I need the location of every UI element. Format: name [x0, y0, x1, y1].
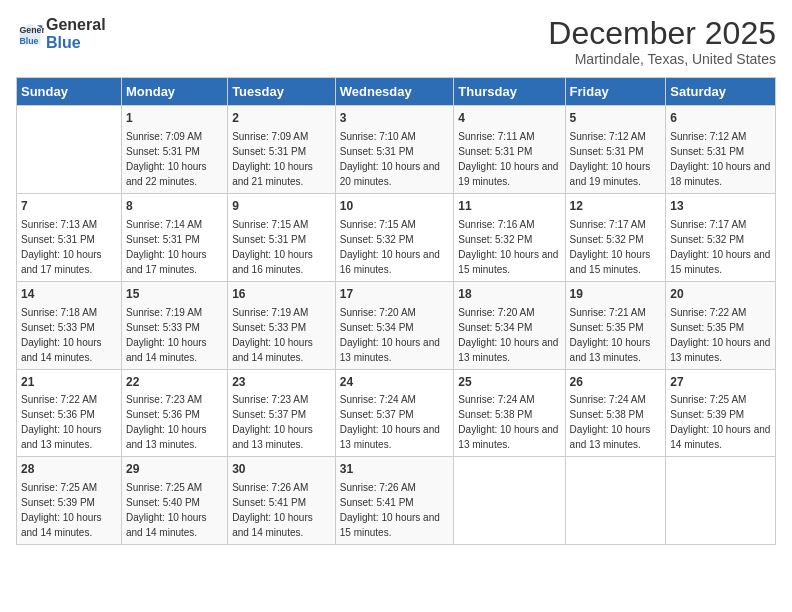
- daylight-text: Daylight: 10 hours and 13 minutes.: [458, 335, 560, 365]
- cell-sun-info: Sunrise: 7:15 AMSunset: 5:32 PMDaylight:…: [340, 217, 450, 277]
- daylight-text: Daylight: 10 hours and 15 minutes.: [670, 247, 771, 277]
- calendar-cell: 28Sunrise: 7:25 AMSunset: 5:39 PMDayligh…: [17, 457, 122, 545]
- cell-sun-info: Sunrise: 7:09 AMSunset: 5:31 PMDaylight:…: [232, 129, 331, 189]
- sunset-text: Sunset: 5:39 PM: [670, 407, 771, 422]
- day-number: 14: [21, 286, 117, 303]
- sunset-text: Sunset: 5:31 PM: [232, 232, 331, 247]
- cell-sun-info: Sunrise: 7:12 AMSunset: 5:31 PMDaylight:…: [570, 129, 662, 189]
- sunset-text: Sunset: 5:32 PM: [670, 232, 771, 247]
- sunset-text: Sunset: 5:33 PM: [21, 320, 117, 335]
- daylight-text: Daylight: 10 hours and 13 minutes.: [126, 422, 223, 452]
- page-title: December 2025: [548, 16, 776, 51]
- cell-sun-info: Sunrise: 7:12 AMSunset: 5:31 PMDaylight:…: [670, 129, 771, 189]
- daylight-text: Daylight: 10 hours and 13 minutes.: [21, 422, 117, 452]
- calendar-cell: [666, 457, 776, 545]
- calendar-cell: 26Sunrise: 7:24 AMSunset: 5:38 PMDayligh…: [565, 369, 666, 457]
- cell-sun-info: Sunrise: 7:19 AMSunset: 5:33 PMDaylight:…: [126, 305, 223, 365]
- day-number: 10: [340, 198, 450, 215]
- sunset-text: Sunset: 5:31 PM: [126, 232, 223, 247]
- calendar-cell: 29Sunrise: 7:25 AMSunset: 5:40 PMDayligh…: [121, 457, 227, 545]
- daylight-text: Daylight: 10 hours and 20 minutes.: [340, 159, 450, 189]
- sunset-text: Sunset: 5:31 PM: [232, 144, 331, 159]
- logo-line1: General: [46, 16, 106, 34]
- cell-sun-info: Sunrise: 7:18 AMSunset: 5:33 PMDaylight:…: [21, 305, 117, 365]
- day-number: 28: [21, 461, 117, 478]
- daylight-text: Daylight: 10 hours and 16 minutes.: [340, 247, 450, 277]
- sunset-text: Sunset: 5:32 PM: [458, 232, 560, 247]
- day-number: 7: [21, 198, 117, 215]
- calendar-cell: 13Sunrise: 7:17 AMSunset: 5:32 PMDayligh…: [666, 193, 776, 281]
- sunrise-text: Sunrise: 7:22 AM: [670, 305, 771, 320]
- sunrise-text: Sunrise: 7:25 AM: [126, 480, 223, 495]
- sunset-text: Sunset: 5:34 PM: [340, 320, 450, 335]
- day-number: 15: [126, 286, 223, 303]
- calendar-cell: 15Sunrise: 7:19 AMSunset: 5:33 PMDayligh…: [121, 281, 227, 369]
- day-number: 23: [232, 374, 331, 391]
- daylight-text: Daylight: 10 hours and 13 minutes.: [570, 335, 662, 365]
- sunrise-text: Sunrise: 7:10 AM: [340, 129, 450, 144]
- cell-sun-info: Sunrise: 7:22 AMSunset: 5:36 PMDaylight:…: [21, 392, 117, 452]
- daylight-text: Daylight: 10 hours and 14 minutes.: [126, 510, 223, 540]
- day-number: 1: [126, 110, 223, 127]
- calendar-week-4: 21Sunrise: 7:22 AMSunset: 5:36 PMDayligh…: [17, 369, 776, 457]
- day-number: 31: [340, 461, 450, 478]
- calendar-cell: 30Sunrise: 7:26 AMSunset: 5:41 PMDayligh…: [228, 457, 336, 545]
- daylight-text: Daylight: 10 hours and 13 minutes.: [458, 422, 560, 452]
- daylight-text: Daylight: 10 hours and 14 minutes.: [232, 335, 331, 365]
- cell-sun-info: Sunrise: 7:20 AMSunset: 5:34 PMDaylight:…: [458, 305, 560, 365]
- sunrise-text: Sunrise: 7:25 AM: [21, 480, 117, 495]
- day-number: 27: [670, 374, 771, 391]
- daylight-text: Daylight: 10 hours and 22 minutes.: [126, 159, 223, 189]
- calendar-cell: 22Sunrise: 7:23 AMSunset: 5:36 PMDayligh…: [121, 369, 227, 457]
- sunset-text: Sunset: 5:36 PM: [21, 407, 117, 422]
- sunrise-text: Sunrise: 7:14 AM: [126, 217, 223, 232]
- sunrise-text: Sunrise: 7:20 AM: [458, 305, 560, 320]
- calendar-cell: 31Sunrise: 7:26 AMSunset: 5:41 PMDayligh…: [335, 457, 454, 545]
- sunrise-text: Sunrise: 7:12 AM: [670, 129, 771, 144]
- daylight-text: Daylight: 10 hours and 21 minutes.: [232, 159, 331, 189]
- daylight-text: Daylight: 10 hours and 17 minutes.: [126, 247, 223, 277]
- calendar-cell: 16Sunrise: 7:19 AMSunset: 5:33 PMDayligh…: [228, 281, 336, 369]
- sunrise-text: Sunrise: 7:20 AM: [340, 305, 450, 320]
- day-number: 6: [670, 110, 771, 127]
- logo-line2: Blue: [46, 34, 106, 52]
- daylight-text: Daylight: 10 hours and 17 minutes.: [21, 247, 117, 277]
- calendar-header-row: SundayMondayTuesdayWednesdayThursdayFrid…: [17, 78, 776, 106]
- sunset-text: Sunset: 5:36 PM: [126, 407, 223, 422]
- cell-sun-info: Sunrise: 7:26 AMSunset: 5:41 PMDaylight:…: [340, 480, 450, 540]
- sunset-text: Sunset: 5:41 PM: [340, 495, 450, 510]
- calendar-cell: 9Sunrise: 7:15 AMSunset: 5:31 PMDaylight…: [228, 193, 336, 281]
- cell-sun-info: Sunrise: 7:16 AMSunset: 5:32 PMDaylight:…: [458, 217, 560, 277]
- calendar-cell: [565, 457, 666, 545]
- calendar-cell: 4Sunrise: 7:11 AMSunset: 5:31 PMDaylight…: [454, 106, 565, 194]
- sunrise-text: Sunrise: 7:23 AM: [232, 392, 331, 407]
- sunrise-text: Sunrise: 7:09 AM: [126, 129, 223, 144]
- sunrise-text: Sunrise: 7:19 AM: [232, 305, 331, 320]
- calendar-week-1: 1Sunrise: 7:09 AMSunset: 5:31 PMDaylight…: [17, 106, 776, 194]
- cell-sun-info: Sunrise: 7:11 AMSunset: 5:31 PMDaylight:…: [458, 129, 560, 189]
- day-number: 11: [458, 198, 560, 215]
- header-tuesday: Tuesday: [228, 78, 336, 106]
- sunset-text: Sunset: 5:33 PM: [126, 320, 223, 335]
- day-number: 19: [570, 286, 662, 303]
- sunset-text: Sunset: 5:31 PM: [570, 144, 662, 159]
- sunset-text: Sunset: 5:35 PM: [670, 320, 771, 335]
- cell-sun-info: Sunrise: 7:25 AMSunset: 5:39 PMDaylight:…: [21, 480, 117, 540]
- daylight-text: Daylight: 10 hours and 16 minutes.: [232, 247, 331, 277]
- day-number: 5: [570, 110, 662, 127]
- calendar-week-5: 28Sunrise: 7:25 AMSunset: 5:39 PMDayligh…: [17, 457, 776, 545]
- sunrise-text: Sunrise: 7:26 AM: [340, 480, 450, 495]
- calendar-cell: 17Sunrise: 7:20 AMSunset: 5:34 PMDayligh…: [335, 281, 454, 369]
- calendar-cell: 27Sunrise: 7:25 AMSunset: 5:39 PMDayligh…: [666, 369, 776, 457]
- calendar-cell: 11Sunrise: 7:16 AMSunset: 5:32 PMDayligh…: [454, 193, 565, 281]
- calendar-table: SundayMondayTuesdayWednesdayThursdayFrid…: [16, 77, 776, 545]
- calendar-cell: 10Sunrise: 7:15 AMSunset: 5:32 PMDayligh…: [335, 193, 454, 281]
- daylight-text: Daylight: 10 hours and 14 minutes.: [21, 510, 117, 540]
- sunset-text: Sunset: 5:31 PM: [21, 232, 117, 247]
- sunset-text: Sunset: 5:35 PM: [570, 320, 662, 335]
- cell-sun-info: Sunrise: 7:19 AMSunset: 5:33 PMDaylight:…: [232, 305, 331, 365]
- header-wednesday: Wednesday: [335, 78, 454, 106]
- sunset-text: Sunset: 5:38 PM: [458, 407, 560, 422]
- sunrise-text: Sunrise: 7:16 AM: [458, 217, 560, 232]
- header-monday: Monday: [121, 78, 227, 106]
